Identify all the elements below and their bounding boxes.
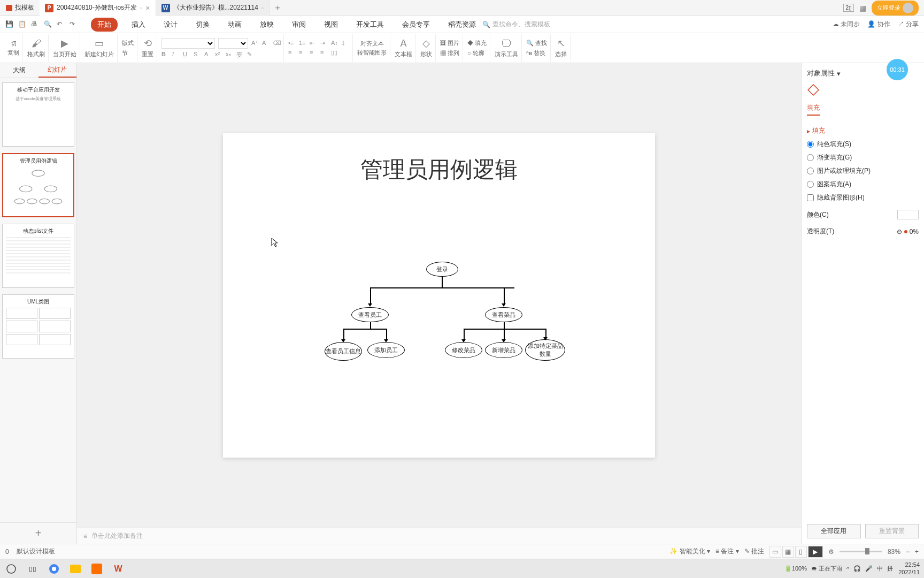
new-slide-group[interactable]: ▭ 新建幻灯片 bbox=[81, 34, 118, 62]
redo-icon[interactable]: ↷ bbox=[70, 20, 78, 29]
solid-fill-option[interactable]: 纯色填充(S) bbox=[807, 140, 919, 149]
pattern-fill-option[interactable]: 图案填充(A) bbox=[807, 180, 919, 189]
cut-button[interactable]: 切 bbox=[11, 40, 17, 48]
font-family-select[interactable] bbox=[161, 38, 215, 49]
system-clock[interactable]: 22:54 2022/11 bbox=[898, 561, 920, 575]
smart-shape-button[interactable]: 转智能图形 bbox=[357, 49, 387, 57]
slideshow-button[interactable]: ▶ bbox=[808, 546, 823, 558]
tab-insert[interactable]: 插入 bbox=[127, 18, 150, 32]
tray-up-icon[interactable]: ^ bbox=[846, 566, 849, 572]
bold-icon[interactable]: B bbox=[161, 51, 169, 58]
share-button[interactable]: ↗ 分享 bbox=[898, 20, 919, 29]
numbering-icon[interactable]: 1≡ bbox=[299, 40, 306, 47]
shape-button[interactable]: ◇形状 bbox=[417, 34, 436, 62]
color-picker[interactable] bbox=[897, 210, 919, 219]
weather-icon[interactable]: 🌧 正在下雨 bbox=[811, 565, 842, 573]
find-button[interactable]: 🔍 查找 bbox=[526, 39, 547, 47]
opacity-slider[interactable] bbox=[904, 230, 907, 233]
gradient-fill-option[interactable]: 渐变填充(G) bbox=[807, 153, 919, 162]
start-page-group[interactable]: ▶ 当页开始 bbox=[50, 34, 80, 62]
clear-format-icon[interactable]: ⌫ bbox=[273, 40, 280, 47]
explorer-icon[interactable] bbox=[68, 562, 82, 576]
fill-shape-icon[interactable] bbox=[807, 83, 820, 96]
increase-font-icon[interactable]: A⁺ bbox=[251, 40, 259, 47]
add-slide-button[interactable]: + bbox=[0, 522, 76, 544]
add-tab-button[interactable]: + bbox=[270, 3, 286, 13]
zoom-dec-icon[interactable]: − bbox=[906, 548, 910, 556]
tab-transition[interactable]: 切换 bbox=[191, 18, 214, 32]
fill-tab[interactable]: 填充 bbox=[807, 101, 820, 116]
preview-icon[interactable]: 🔍 bbox=[44, 20, 52, 29]
ime-pin-icon[interactable]: 拼 bbox=[887, 565, 893, 573]
italic-icon[interactable]: I bbox=[172, 51, 180, 58]
font-color-icon[interactable]: A bbox=[204, 51, 212, 58]
tab-design[interactable]: 设计 bbox=[159, 18, 182, 32]
superscript-icon[interactable]: x² bbox=[215, 51, 222, 58]
font-size-select[interactable] bbox=[218, 38, 248, 49]
chrome-icon[interactable] bbox=[47, 562, 61, 576]
image-button[interactable]: 🖼 图片 bbox=[440, 39, 459, 47]
zoom-value[interactable]: 83% bbox=[888, 548, 900, 556]
tab-window-icon[interactable]: ▫ bbox=[140, 4, 142, 12]
display-mode-icon[interactable]: 2▯ bbox=[843, 4, 854, 12]
indent-dec-icon[interactable]: ⇤ bbox=[310, 40, 317, 47]
underline-icon[interactable]: U bbox=[183, 51, 190, 58]
decrease-font-icon[interactable]: A⁻ bbox=[262, 40, 270, 47]
slide-thumbnail-active[interactable]: 管理员用例逻辑 bbox=[2, 153, 74, 217]
command-search[interactable]: 🔍 查找命令、搜索模板 bbox=[482, 20, 550, 29]
bullets-icon[interactable]: •≡ bbox=[288, 40, 296, 47]
apply-all-button[interactable]: 全部应用 bbox=[807, 524, 861, 538]
justify-icon[interactable]: ≡ bbox=[320, 49, 328, 57]
print-icon[interactable]: 🖶 bbox=[31, 20, 40, 29]
slide-thumbnail[interactable]: UML类图 bbox=[2, 294, 74, 359]
sorter-view-icon[interactable]: ▦ bbox=[782, 546, 794, 558]
tab-view[interactable]: 视图 bbox=[320, 18, 342, 32]
save-icon[interactable]: 💾 bbox=[5, 20, 14, 29]
recording-timer[interactable]: 00:31 bbox=[887, 59, 908, 80]
slide-canvas[interactable]: 管理员用例逻辑 登录 查看员工 查看菜品 查看员工信息 添加员工 修改菜品 新增… bbox=[223, 133, 655, 458]
tab-devtools[interactable]: 开发工具 bbox=[352, 18, 388, 32]
comments-toggle[interactable]: ✎ 批注 bbox=[744, 547, 764, 556]
notes-toggle[interactable]: ≡ 备注 ▾ bbox=[715, 547, 739, 556]
line-spacing-icon[interactable]: ‡ bbox=[342, 40, 349, 47]
find-template-button[interactable]: 找模板 bbox=[0, 0, 40, 16]
tab-review[interactable]: 审阅 bbox=[288, 18, 310, 32]
apps-icon[interactable]: ▦ bbox=[859, 4, 866, 12]
task-view-icon[interactable]: ▯▯ bbox=[26, 562, 40, 576]
mic-icon[interactable]: 🎤 bbox=[865, 565, 873, 572]
normal-view-icon[interactable]: ▭ bbox=[769, 546, 781, 558]
replace-button[interactable]: ᴬʙ 替换 bbox=[526, 49, 547, 57]
align-right-icon[interactable]: ≡ bbox=[310, 49, 317, 57]
pinyin-icon[interactable]: 变 bbox=[236, 51, 244, 58]
arrange-button[interactable]: ▦ 排列 bbox=[440, 49, 459, 57]
headset-icon[interactable]: 🎧 bbox=[853, 565, 861, 572]
tab-window-icon[interactable]: ▫ bbox=[261, 4, 264, 12]
present-tool-button[interactable]: 🖵演示工具 bbox=[491, 34, 522, 62]
zoom-inc-icon[interactable]: + bbox=[915, 548, 919, 556]
format-painter-group[interactable]: 🖌 格式刷 bbox=[24, 34, 49, 62]
layout-button[interactable]: 版式 bbox=[122, 39, 134, 47]
sync-status[interactable]: ☁ 未同步 bbox=[833, 20, 860, 29]
tab-start[interactable]: 开始 bbox=[91, 18, 118, 32]
outline-button[interactable]: ○ 轮廓 bbox=[467, 49, 487, 57]
close-icon[interactable]: × bbox=[145, 4, 150, 12]
tab-resources[interactable]: 稻壳资源 bbox=[444, 18, 480, 32]
select-button[interactable]: ↖选择 bbox=[552, 34, 571, 62]
ime-zh-icon[interactable]: 中 bbox=[877, 565, 883, 573]
opacity-dec-icon[interactable]: ⊖ bbox=[897, 228, 902, 235]
outline-tab[interactable]: 大纲 bbox=[0, 63, 38, 78]
save-as-icon[interactable]: 📋 bbox=[18, 20, 27, 29]
indent-inc-icon[interactable]: ⇥ bbox=[320, 40, 328, 47]
tab-animation[interactable]: 动画 bbox=[224, 18, 246, 32]
battery-icon[interactable]: 🔋100% bbox=[784, 565, 807, 572]
wps-icon[interactable]: W bbox=[111, 562, 125, 576]
template-name[interactable]: 默认设计模板 bbox=[17, 547, 55, 556]
start-button[interactable] bbox=[4, 562, 18, 576]
slide-thumbnail[interactable]: 移动平台应用开发 基于xcode美食管理系统 bbox=[2, 82, 74, 147]
settings-icon[interactable]: ⚙ bbox=[828, 548, 834, 556]
textbox-button[interactable]: A文本框 bbox=[391, 34, 416, 62]
zoom-slider[interactable] bbox=[840, 551, 882, 552]
document-tab-active[interactable]: P 2004240810-孙健凯-ios开发 ▫ × bbox=[40, 0, 156, 16]
fill-button[interactable]: ◆ 填充 bbox=[467, 39, 487, 47]
document-tab-inactive[interactable]: W 《大作业报告》模...20221114 ▫ bbox=[156, 0, 270, 16]
